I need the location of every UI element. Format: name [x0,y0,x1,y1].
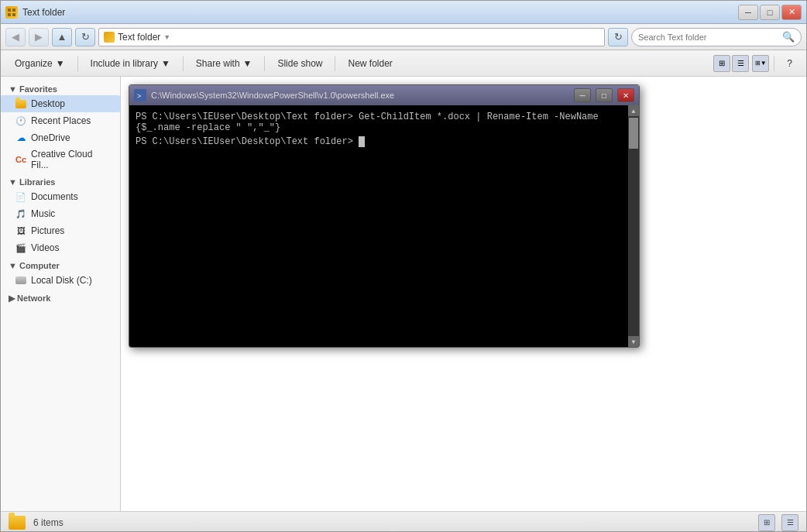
ps-scroll-down[interactable]: ▼ [628,336,639,347]
sidebar-item-videos-label: Videos [31,242,59,253]
ps-maximize-button[interactable]: □ [596,88,613,102]
network-label: Network [17,293,50,303]
svg-rect-0 [8,9,11,12]
status-bar: 6 items ⊞ ☰ [1,511,806,532]
breadcrumb-refresh-button[interactable]: ↻ [608,28,628,46]
share-with-label: Share with [196,58,240,69]
toolbar-separator-4 [335,56,335,71]
breadcrumb-folder-icon [104,32,115,43]
network-expand-icon: ▶ [9,293,17,303]
desktop-icon [15,98,27,110]
main-area: ▼ Favorites Desktop 🕐 Recent Places ☁ On… [1,77,806,511]
new-folder-label: New folder [348,58,392,69]
status-folder-icon [9,516,26,530]
file-area: PDF A Text (1) [121,77,806,511]
address-bar: ◀ ▶ ▲ ↻ Text folder ▼ ↻ 🔍 [1,24,806,50]
status-view-icon-1[interactable]: ⊞ [758,514,775,531]
sidebar: ▼ Favorites Desktop 🕐 Recent Places ☁ On… [1,77,121,511]
sidebar-computer-header[interactable]: ▼ Computer [1,256,120,272]
sidebar-network-header[interactable]: ▶ Network [1,289,120,305]
refresh-button[interactable]: ↻ [75,28,95,46]
sidebar-item-documents-label: Documents [31,191,78,202]
sidebar-item-pictures[interactable]: 🖼 Pictures [1,222,120,239]
sidebar-item-pictures-label: Pictures [31,225,64,236]
recent-icon: 🕐 [15,115,27,127]
sidebar-item-local-disk[interactable]: Local Disk (C:) [1,272,120,289]
breadcrumb-dropdown[interactable]: ▼ [163,33,170,41]
ps-line-1: PS C:\Users\IEUser\Desktop\Text folder> … [136,112,620,133]
window-icon [5,6,18,19]
slideshow-button[interactable]: Slide show [270,53,330,74]
toolbar-separator-5 [774,56,774,71]
status-view-icon-2[interactable]: ☰ [781,514,798,531]
sidebar-item-recent-label: Recent Places [31,115,91,126]
sidebar-item-music-label: Music [31,208,55,219]
search-icon[interactable]: 🔍 [782,31,795,43]
ps-line-2: PS C:\Users\IEUser\Desktop\Text folder> [136,136,620,147]
toolbar-separator-3 [264,56,265,71]
sidebar-item-music[interactable]: 🎵 Music [1,205,120,222]
search-input[interactable] [638,33,779,42]
share-with-button[interactable]: Share with ▼ [188,53,260,74]
sidebar-item-desktop-label: Desktop [31,98,65,109]
sidebar-item-desktop[interactable]: Desktop [1,95,120,112]
window-title: Text folder [22,7,65,18]
svg-rect-2 [8,13,11,16]
libraries-expand-icon: ▼ [9,177,19,187]
sidebar-item-onedrive[interactable]: ☁ OneDrive [1,129,120,146]
organize-button[interactable]: Organize ▼ [7,53,73,74]
sidebar-item-recent[interactable]: 🕐 Recent Places [1,112,120,129]
cc-icon: Cc [15,153,27,166]
view-icon-1[interactable]: ⊞ [713,55,730,72]
organize-dropdown-icon: ▼ [56,58,65,69]
toolbar-separator-1 [77,56,78,71]
ps-scroll-up[interactable]: ▲ [628,105,639,116]
ps-scroll-thumb[interactable] [629,118,638,149]
toolbar: Organize ▼ Include in library ▼ Share wi… [1,50,806,77]
ps-icon: > [134,89,146,101]
ps-body: PS C:\Users\IEUser\Desktop\Text folder> … [129,105,639,347]
share-dropdown-icon: ▼ [243,58,252,69]
sidebar-item-cc[interactable]: Cc Creative Cloud Fil... [1,146,120,173]
back-button[interactable]: ◀ [5,28,26,46]
help-icon: ? [787,58,792,69]
close-button[interactable]: ✕ [781,5,802,20]
status-item-count: 6 items [33,517,64,528]
minimize-button[interactable]: ─ [738,5,758,20]
new-folder-button[interactable]: New folder [340,53,400,74]
ps-minimize-button[interactable]: ─ [574,88,591,102]
videos-icon: 🎬 [15,242,27,254]
view-icon-3[interactable]: ⊞▼ [752,55,769,72]
svg-rect-3 [12,13,15,16]
status-right: ⊞ ☰ [758,514,798,531]
sidebar-libraries-header[interactable]: ▼ Libraries [1,173,120,188]
documents-icon: 📄 [15,190,27,203]
sidebar-item-videos[interactable]: 🎬 Videos [1,239,120,256]
forward-button[interactable]: ▶ [29,28,49,46]
ps-scrollbar[interactable]: ▲ ▼ [628,105,639,347]
favorites-label: Favorites [19,84,57,94]
favorites-expand-icon: ▼ [9,84,19,94]
ps-output: PS C:\Users\IEUser\Desktop\Text folder> … [136,112,633,147]
help-button[interactable]: ? [779,53,800,74]
sidebar-item-documents[interactable]: 📄 Documents [1,188,120,205]
maximize-button[interactable]: □ [760,5,780,20]
up-button[interactable]: ▲ [52,28,72,46]
computer-expand-icon: ▼ [9,261,19,270]
sidebar-item-cc-label: Creative Cloud Fil... [31,149,112,170]
title-bar-controls: ─ □ ✕ [738,5,802,20]
ps-titlebar: > C:\Windows\System32\WindowsPowerShell\… [129,85,639,105]
svg-rect-1 [12,9,15,12]
libraries-label: Libraries [19,177,55,187]
include-library-button[interactable]: Include in library ▼ [83,53,178,74]
computer-label: Computer [19,261,60,270]
include-library-label: Include in library [91,58,158,69]
sidebar-favorites-header[interactable]: ▼ Favorites [1,80,120,95]
slideshow-label: Slide show [277,58,322,69]
onedrive-icon: ☁ [15,132,27,144]
view-icon-2[interactable]: ☰ [732,55,749,72]
svg-text:>: > [137,92,141,99]
breadcrumb[interactable]: Text folder ▼ [98,28,605,46]
ps-close-button[interactable]: ✕ [617,88,634,102]
title-bar-left: Text folder [5,6,65,19]
